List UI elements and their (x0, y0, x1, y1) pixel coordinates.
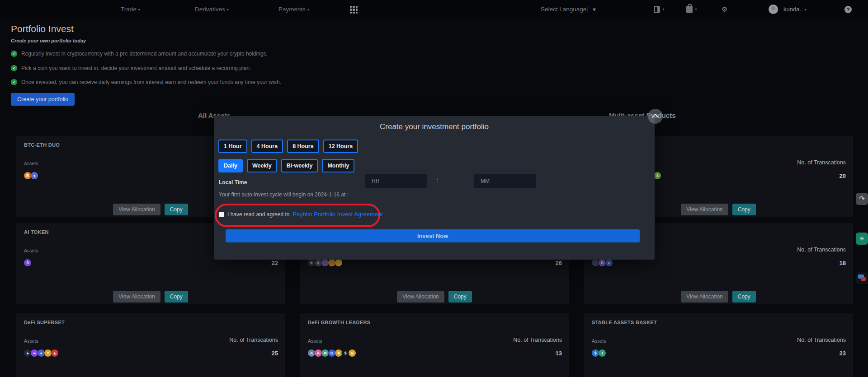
select-language[interactable]: Select Language (541, 0, 586, 19)
asset-coins: ●∞♦Y▲ (24, 349, 58, 357)
invest-now-button[interactable]: Invest Now (226, 229, 640, 242)
copy-button[interactable]: Copy (448, 291, 472, 303)
nav-trade[interactable]: Trade▾ (121, 0, 140, 19)
bullet-text: Once invested, you can receive daily ear… (21, 79, 281, 85)
transactions-label: No. of Transcations (513, 337, 562, 343)
username-menu[interactable]: kunda..▾ (783, 0, 807, 19)
minute-input[interactable] (474, 174, 536, 188)
coin-icon: B (24, 172, 31, 179)
card-actions: View AllocationCopy (300, 291, 569, 303)
frequency-daily[interactable]: Daily (218, 159, 243, 172)
assets-label: Assets (24, 161, 38, 166)
assets-label: Assets (24, 248, 38, 253)
frequency-monthly[interactable]: Monthly (322, 159, 354, 172)
coin-icon (321, 259, 329, 266)
page-title: Portfolio Invest (11, 23, 74, 34)
interval-8-hours[interactable]: 8 Hours (287, 140, 319, 153)
bullet-text: Pick a coin you want to invest in, decid… (21, 65, 251, 71)
interval-1-hour[interactable]: 1 Hour (218, 140, 247, 153)
chevron-down-icon: ▾ (307, 8, 309, 12)
transactions-count: 26 (556, 260, 562, 266)
frequency-bi-weekly[interactable]: Bi-weekly (281, 159, 318, 172)
feature-bullet: ✔Pick a coin you want to invest in, deci… (11, 65, 251, 71)
hour-input[interactable] (365, 174, 427, 188)
coin-icon: $ (592, 349, 599, 357)
create-portfolio-button[interactable]: Create your portfolio (11, 93, 75, 106)
interval-4-hours[interactable]: 4 Hours (251, 140, 283, 153)
coin-icon: $ (654, 172, 661, 179)
interval-12-hours[interactable]: 12 Hours (323, 140, 359, 153)
transactions-count: 18 (840, 260, 846, 266)
coin-icon (328, 259, 335, 266)
asset-coins: S♦ (592, 259, 612, 266)
copy-button[interactable]: Copy (732, 204, 756, 215)
portfolio-invest-page: Trade▾ Derivatives▾ Payments▾ Select Lan… (0, 0, 868, 377)
modal-title: Create your investment portfolio (214, 122, 655, 131)
user-avatar[interactable] (769, 5, 778, 14)
asset-coins: $T (592, 349, 605, 357)
view-allocation-button[interactable]: View Allocation (681, 291, 728, 303)
orders-icon[interactable] (654, 6, 660, 13)
coin-icon: ♦ (605, 259, 613, 266)
apps-grid-icon[interactable] (350, 6, 358, 14)
settings-gear-icon[interactable]: ⚙ (722, 0, 727, 19)
nav-payments[interactable]: Payments▾ (278, 0, 309, 19)
wallet-icon[interactable] (686, 6, 693, 13)
top-navbar: Trade▾ Derivatives▾ Payments▾ Select Lan… (0, 0, 868, 19)
coin-icon: S (599, 259, 606, 266)
view-allocation-button[interactable]: View Allocation (113, 291, 160, 303)
feature-bullet: ✔Once invested, you can receive daily ea… (11, 79, 281, 85)
coin-icon: ▲ (51, 349, 58, 357)
coin-icon: × (308, 259, 315, 266)
coin-icon: ✳ (335, 349, 342, 357)
chevron-down-icon: ▾ (227, 8, 229, 12)
time-colon: : (437, 177, 439, 184)
card-title: DeFi GROWTH LEADERS (308, 320, 370, 325)
scroll-top-button[interactable] (648, 109, 663, 124)
card-title: AI TOKEN (24, 229, 49, 235)
card-title: DeFi SUPERSET (24, 320, 65, 325)
view-allocation-button[interactable]: View Allocation (113, 204, 160, 215)
portfolio-card: STABLE ASSETS BASKETAssetsNo. of Transca… (584, 313, 853, 377)
portfolio-card: DeFi GROWTH LEADERSAssetsNo. of Transcat… (300, 313, 569, 377)
feature-bullet: ✔Regularly invest in cryptocurrency with… (11, 51, 268, 57)
chevron-down-icon[interactable]: ▼ (694, 0, 698, 19)
transactions-count: 20 (840, 172, 846, 179)
language-caret-icon[interactable]: ▼ (592, 0, 597, 19)
page-subtitle: Create your own portfolio today (11, 38, 86, 43)
nav-derivatives[interactable]: Derivatives▾ (195, 0, 229, 19)
agreement-text: I have read and agreed to (227, 211, 289, 218)
card-actions: View AllocationCopy (584, 291, 853, 303)
coin-icon: M (321, 349, 329, 357)
copy-button[interactable]: Copy (165, 291, 188, 303)
chevron-down-icon[interactable]: ▼ (662, 0, 665, 19)
coin-icon: $ (342, 349, 349, 357)
check-icon: ✔ (11, 51, 17, 57)
coin-icon: 9 (24, 259, 31, 266)
bullet-text: Regularly invest in cryptocurrency with … (21, 51, 268, 57)
transactions-label: No. of Transcations (797, 337, 846, 343)
copy-button[interactable]: Copy (732, 291, 756, 303)
share-icon[interactable]: ↷ (856, 193, 868, 205)
coin-icon: Y (44, 349, 52, 357)
chat-bubbles-icon[interactable] (856, 272, 868, 284)
asset-coins: 9 (24, 259, 31, 266)
coin-icon: T (599, 349, 606, 357)
transactions-label: No. of Transcations (797, 159, 846, 166)
check-icon: ✔ (11, 79, 17, 85)
auto-invest-begin-text: Your first auto-invest cycle will begin … (219, 191, 349, 198)
agreement-checkbox[interactable] (219, 212, 224, 217)
frequency-weekly[interactable]: Weekly (247, 159, 277, 172)
portfolio-invest-agreement-link[interactable]: Paybito Portfolio Invest Agreement (292, 211, 382, 218)
coin-icon: G (349, 349, 356, 357)
coin-icon: A (315, 349, 322, 357)
local-time-label: Local Time (219, 179, 247, 186)
copy-button[interactable]: Copy (165, 204, 188, 215)
view-allocation-button[interactable]: View Allocation (397, 291, 444, 303)
coin-icon: ● (24, 349, 31, 357)
help-icon[interactable]: ? (844, 6, 852, 13)
view-allocation-button[interactable]: View Allocation (681, 204, 728, 215)
chatgpt-icon[interactable]: ✳ (856, 233, 868, 245)
frequency-options: DailyWeeklyBi-weeklyMonthly (218, 159, 354, 172)
asset-coins: $ (654, 172, 660, 179)
